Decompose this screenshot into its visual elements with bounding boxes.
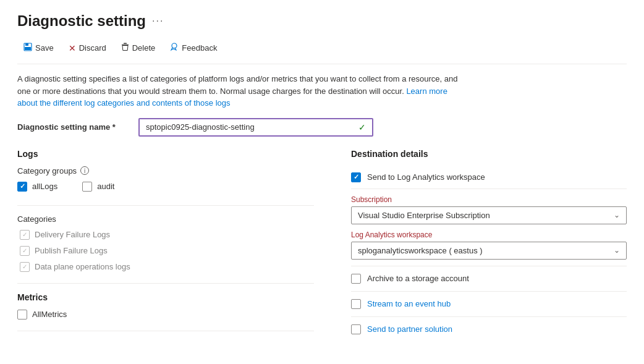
diagnostic-name-input-wrapper[interactable]: ✓: [138, 118, 373, 137]
delete-icon: [121, 43, 129, 53]
category-groups-subsection: Category groups i: [17, 166, 314, 176]
stream-row: Stream to an event hub: [351, 291, 627, 316]
svg-point-5: [172, 43, 177, 48]
metrics-divider: [17, 283, 314, 284]
data-plane-label: Data plane operations logs: [35, 262, 130, 271]
save-icon: [23, 43, 32, 53]
subscription-section: Subscription Visual Studio Enterprise Su…: [351, 195, 627, 224]
toolbar: Save ✕ Discard Delete Feedback: [17, 40, 627, 64]
send-log-analytics-checkbox[interactable]: [351, 172, 361, 182]
feedback-button[interactable]: Feedback: [164, 40, 223, 56]
stream-checkbox[interactable]: [351, 299, 361, 309]
metrics-section-title: Metrics: [17, 292, 314, 302]
audit-label: audit: [97, 182, 114, 191]
left-panel: Logs Category groups i allLogs audit Cat…: [17, 149, 314, 342]
partner-label[interactable]: Send to partner solution: [367, 324, 452, 334]
right-panel: Destination details Send to Log Analytic…: [351, 149, 627, 342]
archive-label: Archive to a storage account: [367, 274, 469, 283]
log-analytics-workspace-dropdown[interactable]: sploganalyticsworkspace ( eastus ) ⌄: [351, 242, 627, 260]
discard-icon: ✕: [69, 43, 76, 53]
delivery-failure-row: Delivery Failure Logs: [17, 230, 314, 240]
validation-check-icon: ✓: [358, 122, 366, 132]
svg-rect-4: [124, 43, 127, 44]
delete-button[interactable]: Delete: [115, 40, 162, 56]
feedback-icon: [170, 43, 179, 53]
partner-checkbox[interactable]: [351, 324, 361, 334]
ellipsis-menu-button[interactable]: ···: [152, 15, 164, 27]
main-content: Logs Category groups i allLogs audit Cat…: [17, 149, 627, 342]
svg-rect-2: [25, 47, 31, 50]
delete-label: Delete: [132, 43, 156, 53]
description-text: A diagnostic setting specifies a list of…: [17, 73, 462, 109]
audit-checkbox-row: audit: [82, 182, 114, 192]
log-analytics-workspace-chevron-icon: ⌄: [614, 246, 620, 255]
metrics-section: Metrics AllMetrics: [17, 292, 314, 320]
category-groups-label: Category groups: [17, 166, 77, 176]
publish-failure-checkbox[interactable]: [20, 246, 30, 256]
diagnostic-setting-name-field: Diagnostic setting name * ✓: [17, 118, 627, 137]
categories-label: Categories: [17, 214, 314, 224]
feedback-label: Feedback: [182, 43, 217, 53]
logs-section-title: Logs: [17, 149, 314, 159]
category-groups-info-icon[interactable]: i: [80, 166, 89, 175]
subscription-value: Visual Studio Enterprise Subscription: [358, 211, 490, 220]
category-groups-row: allLogs audit: [17, 182, 314, 197]
all-metrics-row: AllMetrics: [17, 310, 314, 320]
save-label: Save: [35, 43, 54, 53]
archive-checkbox[interactable]: [351, 274, 361, 284]
discard-label: Discard: [79, 43, 106, 53]
partner-row: Send to partner solution: [351, 316, 627, 342]
logs-divider: [17, 205, 314, 206]
log-analytics-workspace-value: sploganalyticsworkspace ( eastus ): [358, 246, 483, 255]
log-analytics-workspace-section: Log Analytics workspace sploganalyticswo…: [351, 231, 627, 260]
audit-checkbox[interactable]: [82, 182, 92, 192]
subscription-label: Subscription: [351, 195, 627, 204]
save-button[interactable]: Save: [17, 40, 60, 56]
svg-rect-1: [25, 43, 28, 46]
alllogs-checkbox-row: allLogs: [17, 182, 57, 192]
publish-failure-label: Publish Failure Logs: [35, 246, 108, 255]
alllogs-label: allLogs: [32, 182, 57, 191]
subscription-dropdown[interactable]: Visual Studio Enterprise Subscription ⌄: [351, 206, 627, 224]
archive-row: Archive to a storage account: [351, 266, 627, 291]
diagnostic-name-label: Diagnostic setting name *: [17, 122, 129, 132]
bottom-divider: [17, 331, 314, 331]
stream-label[interactable]: Stream to an event hub: [367, 299, 451, 308]
alllogs-checkbox[interactable]: [17, 182, 27, 192]
delivery-failure-label: Delivery Failure Logs: [35, 230, 110, 239]
all-metrics-label: AllMetrics: [32, 310, 67, 319]
discard-button[interactable]: ✕ Discard: [62, 40, 112, 56]
send-log-analytics-row: Send to Log Analytics workspace: [351, 166, 627, 189]
page-title: Diagnostic setting: [17, 12, 146, 30]
log-analytics-workspace-label: Log Analytics workspace: [351, 231, 627, 239]
data-plane-row: Data plane operations logs: [17, 262, 314, 272]
data-plane-checkbox[interactable]: [20, 262, 30, 272]
publish-failure-row: Publish Failure Logs: [17, 246, 314, 256]
send-log-analytics-label: Send to Log Analytics workspace: [367, 172, 485, 182]
all-metrics-checkbox[interactable]: [17, 310, 27, 320]
destination-title: Destination details: [351, 149, 627, 159]
delivery-failure-checkbox[interactable]: [20, 230, 30, 240]
subscription-chevron-icon: ⌄: [614, 211, 620, 219]
diagnostic-name-input[interactable]: [146, 122, 354, 132]
